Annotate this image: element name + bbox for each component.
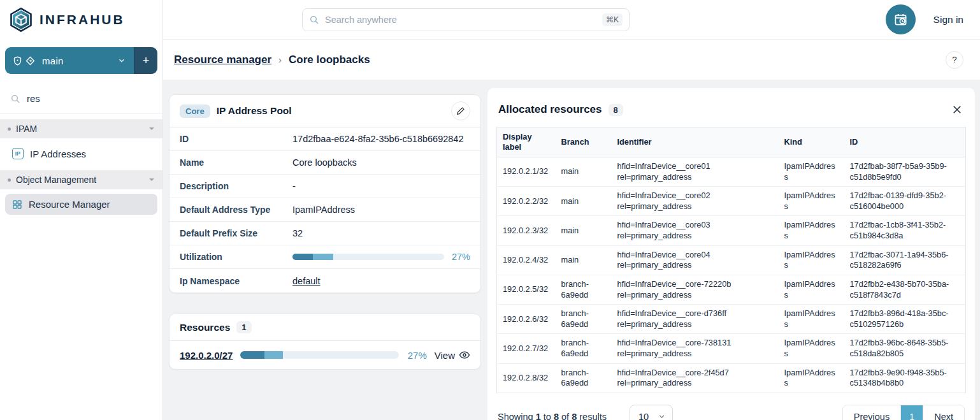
resource-prefix-link[interactable]: 192.0.2.0/27 <box>180 350 233 361</box>
global-search[interactable]: ⌘K <box>302 8 630 31</box>
cell-branch: branch-6a9edd <box>556 363 612 393</box>
pool-card-title: IP Address Pool <box>217 105 292 117</box>
branch-selector[interactable]: main <box>5 47 134 74</box>
close-icon <box>951 104 963 115</box>
resources-count-badge: 1 <box>236 321 251 333</box>
cell-display-label: 192.0.2.6/32 <box>497 305 556 334</box>
close-button[interactable] <box>950 103 964 117</box>
ip-namespace-link[interactable]: default <box>292 276 321 286</box>
collapse-triangle-icon <box>148 177 155 183</box>
resource-row: 192.0.2.0/27 27% View <box>169 341 480 369</box>
cell-branch: branch-6a9edd <box>556 334 612 363</box>
pencil-icon <box>456 106 465 115</box>
logo[interactable]: INFRAHUB <box>0 0 162 40</box>
allocated-table-body: 192.0.2.1/32 main hfid=InfraDevice__core… <box>497 157 966 393</box>
cell-identifier: hfid=InfraDevice__core-d736ffrel=primary… <box>612 305 779 334</box>
field-label: ID <box>180 134 292 144</box>
field-row-description: Description - <box>169 175 480 198</box>
field-label: Ip Namespace <box>180 276 292 286</box>
breadcrumb-parent-link[interactable]: Resource manager <box>174 54 271 66</box>
eye-icon <box>459 349 470 361</box>
sidebar-group-object-management[interactable]: Object Management <box>0 170 162 189</box>
edit-button[interactable] <box>451 101 470 120</box>
previous-page-button[interactable]: Previous <box>843 405 901 420</box>
cell-kind: IpamIPAddress <box>779 275 844 304</box>
calendar-clock-icon <box>893 12 908 27</box>
sidebar-filter-input[interactable] <box>27 93 154 104</box>
field-label: Description <box>180 181 292 191</box>
table-row: 192.0.2.1/32 main hfid=InfraDevice__core… <box>497 157 966 186</box>
allocated-resources-panel: Allocated resources 8 Display label Bran… <box>487 88 975 420</box>
cell-display-label: 192.0.2.7/32 <box>497 334 556 363</box>
cell-display-label: 192.0.2.2/32 <box>497 187 556 216</box>
logo-wordmark: INFRAHUB <box>40 12 125 27</box>
table-row: 192.0.2.4/32 main hfid=InfraDevice__core… <box>497 245 966 275</box>
cell-kind: IpamIPAddress <box>779 334 844 363</box>
cell-id: 17d2fbac-1cb8-3f41-35b2-c51b984c3d8a <box>844 216 966 245</box>
kind-badge: Core <box>180 105 210 118</box>
main-area: ⌘K Sign in Resource manager <box>163 0 980 420</box>
sidebar-group-ipam[interactable]: IPAM <box>0 119 162 138</box>
cell-id: 17d2fbab-38f7-b5a9-35b9-c51d8b5e9fd0 <box>844 157 966 186</box>
field-value: - <box>292 181 470 191</box>
infrahub-logo-icon <box>8 7 34 33</box>
cell-kind: IpamIPAddress <box>779 363 844 393</box>
keyboard-shortcut-badge: ⌘K <box>602 13 623 26</box>
cell-id: 17d2fbb2-e438-5b70-35ba-c518f7843c7d <box>844 275 966 304</box>
chevron-down-icon <box>658 412 666 420</box>
chevron-down-icon <box>117 56 126 65</box>
table-row: 192.0.2.3/32 main hfid=InfraDevice__core… <box>497 216 966 245</box>
column-header-id: ID <box>844 127 966 157</box>
utilization-percent: 27% <box>452 252 470 262</box>
add-branch-button[interactable]: + <box>134 47 157 74</box>
cell-identifier: hfid=InfraDevice__core02rel=primary_addr… <box>612 187 779 216</box>
ip-badge-icon: IP <box>12 148 24 159</box>
field-row-default-address-type: Default Address Type IpamIPAddress <box>169 198 480 222</box>
breadcrumb: Resource manager › Core loopbacks ? <box>163 40 980 80</box>
schedule-button[interactable] <box>886 4 916 34</box>
field-value: Core loopbacks <box>292 157 470 168</box>
cell-id: 17d2fbb3-96bc-8648-35b5-c518da82b805 <box>844 334 966 363</box>
cell-kind: IpamIPAddress <box>779 187 844 216</box>
column-header-branch: Branch <box>556 127 612 157</box>
cell-branch: main <box>556 187 612 216</box>
sidebar-item-ip-addresses[interactable]: IP IP Addresses <box>5 143 157 164</box>
cell-display-label: 192.0.2.8/32 <box>497 363 556 393</box>
resource-percent: 27% <box>408 350 427 361</box>
utilization-progress-bar <box>292 254 444 260</box>
cell-branch: branch-6a9edd <box>556 305 612 334</box>
cell-id: 17d2fbb3-896d-418a-35bc-c5102957126b <box>844 305 966 334</box>
sidebar-item-resource-manager[interactable]: Resource Manager <box>5 194 157 215</box>
view-label: View <box>435 350 455 361</box>
cell-id: 17d2fbac-0139-dfd9-35b2-c516004be000 <box>844 187 966 216</box>
page-title: Core loopbacks <box>289 54 370 66</box>
table-row: 192.0.2.8/32 branch-6a9edd hfid=InfraDev… <box>497 363 966 393</box>
branch-name: main <box>42 55 64 66</box>
sidebar-group-label: Object Management <box>16 175 96 185</box>
help-button[interactable]: ? <box>946 51 963 69</box>
page-size-select[interactable]: 10 <box>630 405 673 420</box>
table-row: 192.0.2.6/32 branch-6a9edd hfid=InfraDev… <box>497 305 966 334</box>
topbar: ⌘K Sign in <box>163 0 980 40</box>
cell-kind: IpamIPAddress <box>779 157 844 186</box>
table-row: 192.0.2.2/32 main hfid=InfraDevice__core… <box>497 187 966 216</box>
resource-progress-bar <box>240 351 398 359</box>
view-button[interactable]: View <box>435 349 470 361</box>
field-row-id: ID 17d2fbaa-e624-8fa2-35b6-c518b6692842 <box>169 127 480 151</box>
shield-icon <box>13 56 22 66</box>
table-row: 192.0.2.5/32 branch-6a9edd hfid=InfraDev… <box>497 275 966 304</box>
cell-display-label: 192.0.2.3/32 <box>497 216 556 245</box>
page-number-button[interactable]: 1 <box>901 405 923 420</box>
cell-display-label: 192.0.2.5/32 <box>497 275 556 304</box>
next-page-button[interactable]: Next <box>923 405 964 420</box>
cell-id: 17d2fbac-3071-1a94-35b6-c518282a69f6 <box>844 245 966 275</box>
allocated-title: Allocated resources <box>498 103 602 116</box>
field-label: Default Prefix Size <box>180 228 292 238</box>
sign-in-link[interactable]: Sign in <box>933 14 963 25</box>
cell-display-label: 192.0.2.1/32 <box>497 157 556 186</box>
branch-diamond-icon <box>25 56 35 66</box>
cell-kind: IpamIPAddress <box>779 245 844 275</box>
sidebar-group-label: IPAM <box>16 124 37 134</box>
global-search-input[interactable] <box>325 15 596 25</box>
column-header-kind: Kind <box>779 127 844 157</box>
